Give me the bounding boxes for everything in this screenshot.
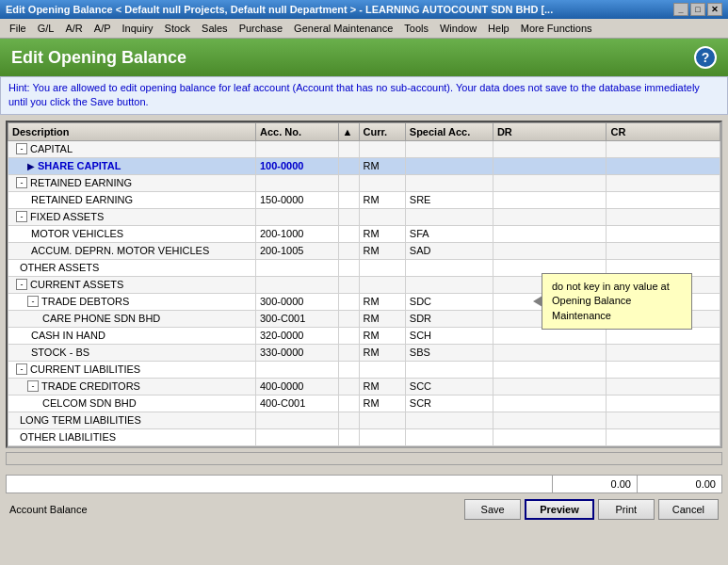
- menu-item-help[interactable]: Help: [482, 21, 515, 36]
- cell-cr[interactable]: [607, 140, 720, 157]
- cell-cr[interactable]: [607, 344, 720, 361]
- cell-dr[interactable]: [493, 327, 607, 344]
- table-row[interactable]: CELCOM SDN BHD400-C001RMSCR: [8, 395, 720, 412]
- cell-cr[interactable]: [607, 395, 720, 412]
- cell-dr[interactable]: [493, 242, 607, 259]
- cell-dr[interactable]: [493, 174, 607, 191]
- close-button[interactable]: ✕: [707, 3, 722, 16]
- cell-description: -FIXED ASSETS: [8, 208, 256, 225]
- cell-cr[interactable]: [607, 378, 720, 395]
- footer-area: 0.00 0.00 Account Balance Save Preview P…: [0, 471, 728, 525]
- cell-cr[interactable]: [607, 191, 720, 208]
- minimize-button[interactable]: _: [673, 3, 688, 16]
- menu-item-purchase[interactable]: Purchase: [234, 21, 288, 36]
- row-arrow-icon: ▶: [27, 161, 35, 171]
- maximize-button[interactable]: □: [690, 3, 705, 16]
- table-row[interactable]: -CURRENT LIABILITIES: [8, 361, 720, 378]
- cell-dr[interactable]: [493, 378, 607, 395]
- collapse-icon[interactable]: -: [16, 143, 27, 154]
- cell-cr[interactable]: [607, 361, 720, 378]
- cell-description: MOTOR VEHICLES: [8, 225, 256, 242]
- cell-dr[interactable]: [493, 395, 607, 412]
- table-row[interactable]: STOCK - BS330-0000RMSBS: [8, 344, 720, 361]
- menu-item-window[interactable]: Window: [434, 21, 482, 36]
- col-curr: Curr.: [359, 122, 405, 140]
- cell-acc-no: 200-1000: [255, 225, 338, 242]
- totals-row: 0.00 0.00: [6, 475, 722, 493]
- help-button[interactable]: ?: [694, 46, 717, 69]
- collapse-icon[interactable]: -: [16, 177, 27, 188]
- table-row[interactable]: MOTOR VEHICLES200-1000RMSFA: [8, 225, 720, 242]
- cancel-button[interactable]: Cancel: [658, 499, 719, 520]
- cell-dr[interactable]: [493, 225, 607, 242]
- table-row[interactable]: RETAINED EARNING150-0000RMSRE: [8, 191, 720, 208]
- col-sort[interactable]: ▲: [338, 122, 359, 140]
- row-text: MOTOR VEHICLES: [31, 228, 123, 239]
- table-row[interactable]: -FIXED ASSETS: [8, 208, 720, 225]
- table-row[interactable]: ▶SHARE CAPITAL100-0000RM: [8, 157, 720, 174]
- cell-curr: RM: [359, 344, 405, 361]
- cell-cr[interactable]: [607, 225, 720, 242]
- cell-acc-no: 150-0000: [255, 191, 338, 208]
- cell-acc-no: 300-C001: [255, 310, 338, 327]
- cell-special-acc: [405, 428, 493, 445]
- menu-item-general-maintenance[interactable]: General Maintenance: [288, 21, 398, 36]
- cell-cr[interactable]: [607, 157, 720, 174]
- account-balance-label: Account Balance: [9, 504, 88, 515]
- cell-special-acc: SRE: [405, 191, 493, 208]
- cell-dr[interactable]: [493, 140, 607, 157]
- horizontal-scrollbar[interactable]: [6, 452, 722, 465]
- cell-cr[interactable]: [607, 428, 720, 445]
- row-text: CAPITAL: [30, 143, 73, 154]
- cell-dr[interactable]: [493, 428, 607, 445]
- table-row[interactable]: -CAPITAL: [8, 140, 720, 157]
- cell-special-acc: [405, 157, 493, 174]
- col-cr: CR: [607, 122, 720, 140]
- cell-cr[interactable]: [607, 412, 720, 428]
- cell-dr[interactable]: [493, 208, 607, 225]
- table-row[interactable]: CASH IN HAND320-0000RMSCH: [8, 327, 720, 344]
- collapse-icon[interactable]: -: [27, 296, 39, 307]
- preview-button[interactable]: Preview: [525, 499, 594, 520]
- cell-curr: RM: [359, 157, 405, 174]
- cell-sort: [338, 242, 359, 259]
- cell-dr[interactable]: [493, 361, 607, 378]
- cell-cr[interactable]: [607, 174, 720, 191]
- menu-item-file[interactable]: File: [4, 21, 32, 36]
- cell-cr[interactable]: [607, 208, 720, 225]
- total-dr: 0.00: [552, 476, 637, 492]
- cell-curr: RM: [359, 378, 405, 395]
- menu-item-more-functions[interactable]: More Functions: [515, 21, 598, 36]
- collapse-icon[interactable]: -: [16, 363, 27, 375]
- collapse-icon[interactable]: -: [27, 380, 39, 392]
- menu-item-g/l[interactable]: G/L: [32, 21, 60, 36]
- cell-acc-no: [255, 412, 338, 428]
- menu-item-a/r[interactable]: A/R: [59, 21, 88, 36]
- save-button[interactable]: Save: [464, 499, 521, 520]
- menu-item-tools[interactable]: Tools: [398, 21, 434, 36]
- menu-item-stock[interactable]: Stock: [159, 21, 197, 36]
- cell-dr[interactable]: [493, 157, 607, 174]
- cell-dr[interactable]: [493, 412, 607, 428]
- cell-dr[interactable]: [493, 191, 607, 208]
- cell-curr: [359, 428, 405, 445]
- print-button[interactable]: Print: [598, 499, 655, 520]
- collapse-icon[interactable]: -: [16, 211, 27, 222]
- table-row[interactable]: -RETAINED EARNING: [8, 174, 720, 191]
- menu-item-sales[interactable]: Sales: [196, 21, 234, 36]
- table-row[interactable]: OTHER LIABILITIES: [8, 428, 720, 445]
- cell-cr[interactable]: [607, 327, 720, 344]
- cell-cr[interactable]: [607, 242, 720, 259]
- cell-description: -CURRENT ASSETS: [8, 276, 256, 293]
- cell-description: -CURRENT LIABILITIES: [8, 361, 256, 378]
- cell-dr[interactable]: [493, 344, 607, 361]
- collapse-icon[interactable]: -: [16, 279, 27, 290]
- row-text: CARE PHONE SDN BHD: [42, 313, 160, 324]
- table-row[interactable]: -TRADE CREDITORS400-0000RMSCC: [8, 378, 720, 395]
- table-row[interactable]: ACCUM. DEPRN. MOTOR VEHICLES200-1005RMSA…: [8, 242, 720, 259]
- table-row[interactable]: LONG TERM LIABILITIES: [8, 412, 720, 428]
- cell-sort: [338, 174, 359, 191]
- menu-item-a/p[interactable]: A/P: [89, 21, 117, 36]
- cell-special-acc: [405, 259, 493, 276]
- menu-item-inquiry[interactable]: Inquiry: [117, 21, 159, 36]
